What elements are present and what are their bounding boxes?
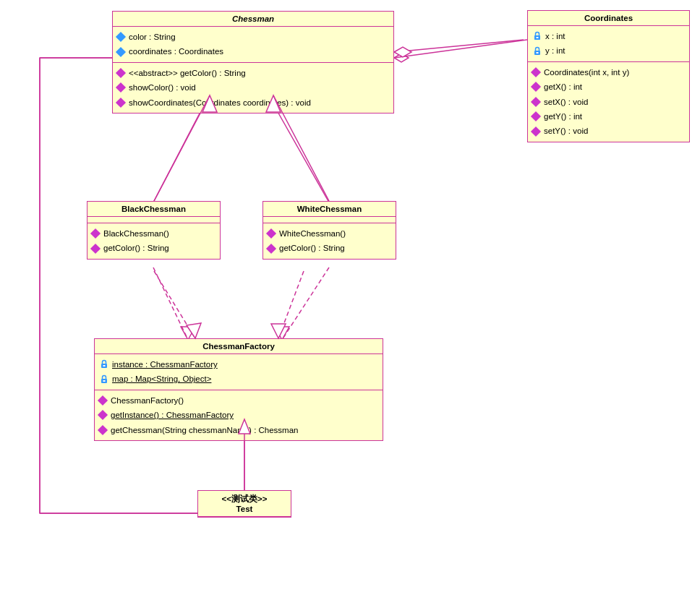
chessman-method-1: <<abstract>> getColor() : String xyxy=(117,66,389,80)
coord-method-5: setY() : void xyxy=(532,124,685,138)
static-lock-icon-2 xyxy=(99,374,109,385)
white-method-1: WhiteChessman() xyxy=(268,226,391,241)
coordinates-field-2: y : int xyxy=(532,43,685,58)
coordinates-methods: Coordinates(int x, int y) getX() : int s… xyxy=(528,62,689,142)
white-method-2-text: getColor() : String xyxy=(279,241,345,254)
svg-marker-25 xyxy=(394,47,411,57)
blackchessman-title: BlackChessman xyxy=(88,202,220,217)
factory-method-2-text: getInstance() : ChessmanFactory xyxy=(111,408,234,421)
coord-method-4: getY() : int xyxy=(532,109,685,124)
svg-line-32 xyxy=(278,271,304,338)
black-method-2-text: getColor() : String xyxy=(103,241,169,254)
coord-method-1: Coordinates(int x, int y) xyxy=(532,65,685,80)
factory-field-2: map : Map<String, Object> xyxy=(99,372,378,386)
coord-field-2-text: y : int xyxy=(545,44,565,57)
white-method-2: getColor() : String xyxy=(268,241,391,255)
factory-method-2: getInstance() : ChessmanFactory xyxy=(99,408,378,422)
chessman-method-1-text: <<abstract>> getColor() : String xyxy=(129,67,246,80)
svg-marker-31 xyxy=(187,323,201,338)
blackchessman-methods: BlackChessman() getColor() : String xyxy=(88,223,220,259)
black-method-1-text: BlackChessman() xyxy=(103,227,169,240)
factory-method-3-text: getChessman(String chessmanName) : Chess… xyxy=(111,424,299,437)
svg-rect-19 xyxy=(537,52,539,53)
chessman-method-3: showCoordinates(Coordinates coordinates)… xyxy=(117,95,389,110)
svg-line-24 xyxy=(394,40,524,52)
chessman-fields: color : String coordinates : Coordinates xyxy=(113,27,393,63)
chessman-field-2: coordinates : Coordinates xyxy=(117,44,389,59)
svg-line-8 xyxy=(282,267,329,340)
coord-field-1-text: x : int xyxy=(545,30,565,43)
black-method-1: BlackChessman() xyxy=(92,226,215,241)
whitechessman-title: WhiteChessman xyxy=(263,202,396,217)
uml-diagram: Chessman color : String coordinates : Co… xyxy=(0,0,700,600)
chessmanfactory-class: ChessmanFactory instance : ChessmanFacto… xyxy=(94,338,383,441)
svg-rect-23 xyxy=(103,380,106,382)
factory-method-3: getChessman(String chessmanName) : Chess… xyxy=(99,423,378,437)
whitechessman-methods: WhiteChessman() getColor() : String xyxy=(263,223,396,259)
chessman-field-2-text: coordinates : Coordinates xyxy=(129,45,223,58)
chessman-class: Chessman color : String coordinates : Co… xyxy=(112,11,394,113)
svg-line-6 xyxy=(153,267,188,340)
factory-method-1: ChessmanFactory() xyxy=(99,393,378,408)
svg-rect-17 xyxy=(537,37,539,38)
chessmanfactory-methods: ChessmanFactory() getInstance() : Chessm… xyxy=(95,390,383,440)
coord-method-2-text: getX() : int xyxy=(544,80,582,93)
static-lock-icon-1 xyxy=(99,359,109,369)
coord-method-5-text: setY() : void xyxy=(544,124,588,137)
factory-field-1: instance : ChessmanFactory xyxy=(99,357,378,372)
whitechessman-class: WhiteChessman WhiteChessman() getColor()… xyxy=(262,201,396,260)
coord-method-3: setX() : void xyxy=(532,95,685,109)
chessman-title: Chessman xyxy=(113,12,393,27)
whitechessman-empty-section xyxy=(263,217,396,223)
blackchessman-empty-section xyxy=(88,217,220,223)
coordinates-field-1: x : int xyxy=(532,29,685,43)
svg-marker-1 xyxy=(394,53,409,62)
chessman-field-1-text: color : String xyxy=(129,30,176,43)
factory-field-2-text: map : Map<String, Object> xyxy=(112,372,211,385)
white-method-1-text: WhiteChessman() xyxy=(279,227,346,240)
svg-line-0 xyxy=(394,40,527,58)
chessman-method-2: showColor() : void xyxy=(117,80,389,95)
svg-marker-33 xyxy=(271,324,286,338)
svg-line-30 xyxy=(154,271,195,338)
chessman-methods: <<abstract>> getColor() : String showCol… xyxy=(113,63,393,113)
svg-rect-21 xyxy=(103,365,106,367)
coord-method-4-text: getY() : int xyxy=(544,110,582,123)
chessman-field-1: color : String xyxy=(117,30,389,44)
coordinates-fields: x : int y : int xyxy=(528,26,689,62)
coordinates-class: Coordinates x : int y : int xyxy=(527,10,690,142)
test-class: <<测试类>>Test xyxy=(197,490,291,518)
coord-method-3-text: setX() : void xyxy=(544,95,588,108)
chessmanfactory-title: ChessmanFactory xyxy=(95,339,383,354)
black-method-2: getColor() : String xyxy=(92,241,215,255)
lock-icon-2 xyxy=(532,46,542,56)
test-title: <<测试类>>Test xyxy=(198,491,291,517)
coord-method-1-text: Coordinates(int x, int y) xyxy=(544,66,629,79)
coord-method-2: getX() : int xyxy=(532,80,685,94)
lock-icon xyxy=(532,31,542,41)
chessman-method-2-text: showColor() : void xyxy=(129,81,196,94)
factory-field-1-text: instance : ChessmanFactory xyxy=(112,358,218,371)
coordinates-title: Coordinates xyxy=(528,11,689,26)
chessman-method-3-text: showCoordinates(Coordinates coordinates)… xyxy=(129,96,311,109)
blackchessman-class: BlackChessman BlackChessman() getColor()… xyxy=(87,201,221,260)
factory-method-1-text: ChessmanFactory() xyxy=(111,394,184,407)
chessmanfactory-fields: instance : ChessmanFactory map : Map<Str… xyxy=(95,354,383,390)
